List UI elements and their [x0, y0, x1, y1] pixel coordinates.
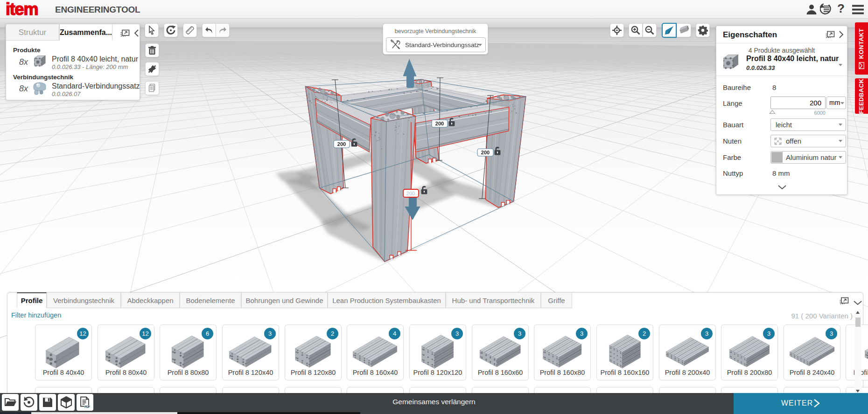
svg-text:200: 200 — [435, 121, 444, 126]
svg-text:item: item — [6, 1, 38, 19]
svg-text:200: 200 — [481, 150, 490, 155]
svg-text:200: 200 — [337, 141, 346, 147]
svg-text:200: 200 — [406, 191, 415, 196]
